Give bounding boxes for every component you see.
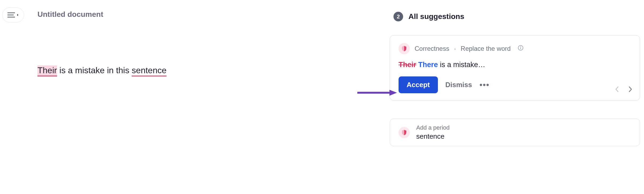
correctness-shield-icon <box>399 127 410 138</box>
editor-text: is a mistake in this <box>57 65 132 75</box>
preview-rest: is a mistake… <box>440 61 486 69</box>
suggestion-card[interactable]: Correctness · Replace the word Their The… <box>390 35 640 100</box>
document-title[interactable]: Untitled document <box>37 10 103 19</box>
collapsed-suggestion-title: Add a period <box>416 124 450 131</box>
svg-rect-5 <box>520 48 521 49</box>
suggestion-meta: Correctness · Replace the word <box>399 43 631 54</box>
dismiss-button[interactable]: Dismiss <box>445 81 472 89</box>
info-icon[interactable] <box>518 45 524 52</box>
caret-right-icon <box>17 14 19 16</box>
annotation-arrow-icon <box>357 89 397 96</box>
suggestion-category: Correctness <box>415 45 449 52</box>
editor-content[interactable]: Their is a mistake in this sentence <box>37 65 166 75</box>
svg-point-4 <box>520 46 521 47</box>
suggestions-count-badge: 2 <box>393 12 403 21</box>
suggestion-card-collapsed[interactable]: Add a period sentence <box>390 119 640 146</box>
strike-word: Their <box>399 61 416 69</box>
correctness-shield-icon <box>399 43 410 54</box>
prev-suggestion-button[interactable] <box>615 86 619 93</box>
menu-button[interactable] <box>2 7 24 22</box>
suggestion-hint: Replace the word <box>461 45 511 52</box>
accept-button[interactable]: Accept <box>399 76 438 93</box>
hamburger-icon <box>7 12 15 18</box>
meta-separator: · <box>454 45 456 52</box>
suggestion-preview: Their There is a mistake… <box>399 61 631 69</box>
error-word[interactable]: Their <box>37 65 57 76</box>
suggestions-header: 2 All suggestions <box>393 12 464 21</box>
suggestions-title: All suggestions <box>408 12 464 21</box>
corrected-word: There <box>418 61 438 69</box>
underlined-word[interactable]: sentence <box>132 65 166 76</box>
more-icon[interactable]: ••• <box>479 81 490 89</box>
next-suggestion-button[interactable] <box>628 86 632 93</box>
collapsed-suggestion-word: sentence <box>416 132 450 141</box>
